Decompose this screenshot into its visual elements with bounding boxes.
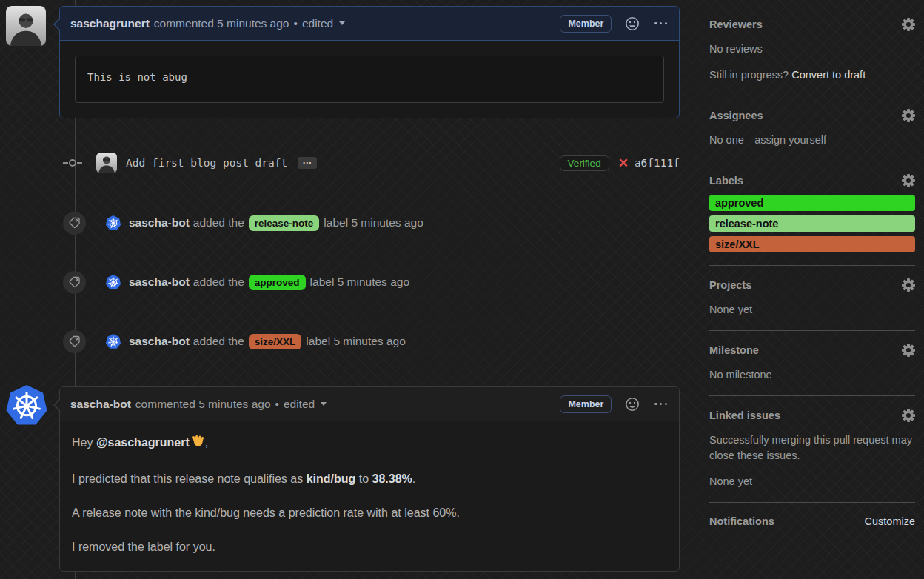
git-commit-icon xyxy=(63,158,82,168)
event-action: added the xyxy=(193,216,244,230)
comment-saschagrunert: saschagrunert commented 5 minutes ago • … xyxy=(59,6,680,118)
tag-icon xyxy=(69,335,81,347)
meta-dot: • xyxy=(293,17,297,30)
comment-body: Hey @saschagrunert, I predicted that thi… xyxy=(60,421,679,579)
smiley-icon xyxy=(625,397,640,412)
verified-badge[interactable]: Verified xyxy=(560,155,609,171)
chevron-down-icon xyxy=(321,402,327,406)
label-size-xxl[interactable]: size/XXL xyxy=(709,236,915,252)
comment-author[interactable]: sascha-bot xyxy=(70,398,131,411)
timeline-badge xyxy=(63,212,86,235)
assignees-title: Assignees xyxy=(709,110,763,121)
reviewers-empty: No reviews xyxy=(709,41,915,57)
event-actor[interactable]: sascha-bot xyxy=(129,216,190,230)
sidebar: Reviewers No reviews Still in progress? … xyxy=(709,18,915,540)
greeting-line: Hey @saschagrunert, xyxy=(72,435,667,453)
avatar-saschagrunert[interactable] xyxy=(6,6,46,46)
event-actor[interactable]: sascha-bot xyxy=(129,335,190,348)
tag-icon xyxy=(69,276,81,288)
projects-empty: None yet xyxy=(709,302,915,318)
event-suffix: label 5 minutes ago xyxy=(324,216,423,230)
person-avatar-icon xyxy=(6,6,46,46)
event-actor[interactable]: sascha-bot xyxy=(129,275,190,289)
comment-author[interactable]: saschagrunert xyxy=(70,17,150,30)
emoji-reaction-button[interactable] xyxy=(625,397,640,412)
commit-hash-link[interactable]: a6f111f xyxy=(635,157,680,169)
milestone-title: Milestone xyxy=(709,344,759,356)
label-event-row: sascha-bot added the release-note label … xyxy=(59,211,680,235)
label-pill[interactable]: release-note xyxy=(249,215,320,231)
person-avatar-icon xyxy=(96,153,117,173)
commit-row: Add first blog post draft … Verified ✕ a… xyxy=(59,151,680,175)
sidebar-section-labels: Labels approved release-note size/XXL xyxy=(709,174,915,266)
gear-icon[interactable] xyxy=(902,18,915,31)
timeline-badge xyxy=(63,271,86,294)
gear-icon[interactable] xyxy=(902,174,915,187)
progress-text: Still in progress? xyxy=(709,69,791,81)
waving-hand-icon xyxy=(191,435,205,453)
reviewers-title: Reviewers xyxy=(709,19,763,30)
kubernetes-icon xyxy=(4,383,49,427)
comment-meta: commented 5 minutes ago xyxy=(154,17,289,30)
gear-icon[interactable] xyxy=(902,109,915,122)
label-approved[interactable]: approved xyxy=(709,195,915,211)
commit-author-avatar[interactable] xyxy=(96,153,117,173)
user-mention[interactable]: @saschagrunert xyxy=(96,436,190,449)
meta-dot: • xyxy=(275,398,279,411)
kebab-menu-button[interactable] xyxy=(653,22,669,25)
sidebar-section-assignees: Assignees No one—assign yourself xyxy=(709,109,915,161)
comment-body: This is not abug xyxy=(60,41,679,118)
linked-issues-desc: Successfully merging this pull request m… xyxy=(709,432,915,463)
avatar-sascha-bot[interactable] xyxy=(4,383,49,427)
linked-issues-empty: None yet xyxy=(709,474,915,489)
gear-icon[interactable] xyxy=(902,409,915,422)
label-event-row: sascha-bot added the size/XXL label 5 mi… xyxy=(59,329,680,353)
prediction-line: I predicted that this release note quali… xyxy=(72,471,667,487)
event-action: added the xyxy=(193,335,244,348)
smiley-icon xyxy=(625,16,640,31)
projects-title: Projects xyxy=(709,279,751,291)
bot-avatar[interactable] xyxy=(105,333,121,349)
milestone-empty: No milestone xyxy=(709,367,915,383)
assignees-empty: No one—assign yourself xyxy=(709,133,915,148)
kubernetes-icon xyxy=(105,333,121,349)
sidebar-section-milestone: Milestone No milestone xyxy=(709,344,915,396)
customize-link[interactable]: Customize xyxy=(865,515,916,527)
convert-to-draft-link[interactable]: Convert to draft xyxy=(791,69,866,81)
commit-message-link[interactable]: Add first blog post draft xyxy=(126,157,287,169)
tag-icon xyxy=(69,217,81,229)
bot-avatar[interactable] xyxy=(105,274,121,290)
timeline-badge xyxy=(63,330,86,353)
kubernetes-icon xyxy=(105,274,121,290)
comment-header: sascha-bot commented 5 minutes ago • edi… xyxy=(60,387,679,421)
commit-expand-button[interactable]: … xyxy=(298,157,317,169)
bot-avatar[interactable] xyxy=(105,215,121,231)
label-pill[interactable]: approved xyxy=(249,275,306,290)
gear-icon[interactable] xyxy=(902,278,915,292)
sidebar-section-notifications: Notifications Customize xyxy=(709,515,915,540)
label-event-row: sascha-bot added the approved label 5 mi… xyxy=(59,270,680,294)
event-action: added the xyxy=(193,275,244,289)
gear-icon[interactable] xyxy=(902,344,915,357)
emoji-reaction-button[interactable] xyxy=(625,16,640,31)
comment-header: saschagrunert commented 5 minutes ago • … xyxy=(60,7,679,41)
kebab-menu-button[interactable] xyxy=(653,403,669,406)
sidebar-section-projects: Projects None yet xyxy=(709,278,915,331)
kubernetes-icon xyxy=(105,215,121,231)
label-release-note[interactable]: release-note xyxy=(709,215,915,232)
labels-title: Labels xyxy=(709,175,743,187)
code-block: This is not abug xyxy=(75,56,664,103)
comment-sascha-bot: sascha-bot commented 5 minutes ago • edi… xyxy=(59,386,680,572)
edited-dropdown[interactable]: edited xyxy=(284,398,315,411)
sidebar-section-linked-issues: Linked issues Successfully merging this … xyxy=(709,409,915,503)
label-pill[interactable]: size/XXL xyxy=(249,334,302,349)
event-suffix: label 5 minutes ago xyxy=(310,275,409,289)
member-badge: Member xyxy=(560,15,612,33)
chevron-down-icon xyxy=(339,21,345,25)
requirement-line: A release note with the kind/bug needs a… xyxy=(72,505,667,521)
edited-dropdown[interactable]: edited xyxy=(302,17,333,30)
status-failed-x-icon[interactable]: ✕ xyxy=(618,155,629,171)
event-suffix: label 5 minutes ago xyxy=(306,335,405,348)
member-badge: Member xyxy=(560,395,612,413)
notifications-title: Notifications xyxy=(709,515,774,527)
